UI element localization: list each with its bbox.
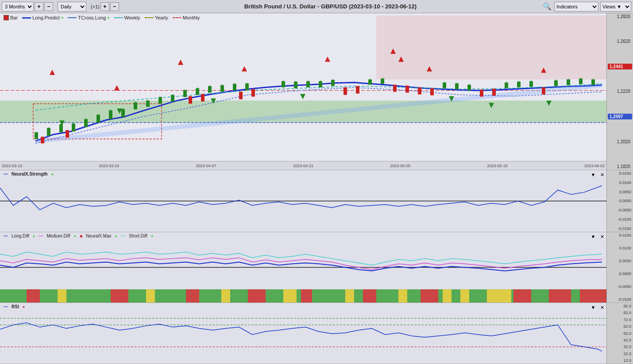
legend-monthly-label: Monthly [183,15,200,20]
svg-rect-106 [492,88,496,96]
rsi-y-8: 22.0 [608,352,631,356]
svg-rect-114 [542,87,545,94]
adj-minus-button[interactable]: − [110,2,119,11]
time-label-7: 2023-06-02 [584,164,605,168]
neural-dot: ● [51,172,54,176]
price-1: 1.2820 [608,14,632,19]
neural-y-7: -0.0150 [608,226,631,231]
diff-y-6: -0.0100 [608,297,631,302]
neural-svg-area[interactable] [0,170,606,232]
svg-rect-86 [368,80,372,85]
time-axis: 2023-03-10 2023-03-24 2023-04-07 2023-04… [0,161,606,170]
svg-rect-62 [201,94,205,101]
svg-rect-129 [111,289,128,303]
svg-rect-90 [393,85,397,92]
svg-rect-52 [183,90,187,97]
tcrosslong-line [68,17,77,18]
period-plus-button[interactable]: + [35,2,43,11]
svg-rect-110 [517,82,521,88]
diff-y-2: 0.0100 [608,246,631,250]
toolbar-right: 🔍 Indicators Views ▼ [542,1,631,12]
period-select[interactable]: 3 Months 1 Month 6 Months 1 Year [2,2,34,11]
search-button[interactable]: 🔍 [542,1,552,12]
diff-y-4: 0.0000 [608,272,631,276]
svg-rect-78 [319,81,322,88]
svg-rect-130 [146,289,155,303]
rsi-svg-area[interactable] [0,303,606,364]
svg-rect-132 [221,289,230,303]
svg-rect-142 [487,289,511,303]
adj-plus-button[interactable]: + [100,2,109,11]
svg-rect-58 [220,85,224,92]
svg-rect-94 [418,87,421,94]
legend-longpredict-label: Long.Predict [32,15,60,20]
interval-select[interactable]: Daily Weekly Monthly [58,2,86,11]
diff-legend: — Long.Diff ● — Medium.Diff ● ■ NeuralX.… [4,234,153,238]
rsi-legend: — RSI ● [4,304,25,309]
svg-rect-72 [282,81,285,88]
svg-rect-28 [134,102,137,109]
diff-close-button[interactable]: ✕ [598,233,606,240]
neural-y-5: -0.0050 [608,208,631,212]
svg-rect-134 [283,289,297,303]
svg-rect-10 [47,128,50,136]
svg-rect-26 [66,130,69,138]
monthly-line [173,17,181,19]
diff-controls: ▼ ✕ [590,233,606,240]
main-chart: Bar Long.Predict ● TCross.Long ● Weekly … [0,13,633,170]
price-6: 1.2020 [608,139,632,144]
time-label-5: 2023-05-05 [390,164,410,168]
time-label-3: 2023-04-07 [196,164,216,168]
svg-rect-66 [245,84,249,90]
svg-rect-54 [196,88,199,95]
svg-rect-60 [189,96,192,103]
views-select[interactable]: Views ▼ [600,2,631,11]
svg-rect-88 [381,79,384,84]
svg-rect-147 [0,303,606,364]
rsi-collapse-button[interactable]: ▼ [590,304,597,311]
rsi-y-axis: 92.0 82.0 72.0 62.0 52.0 42.0 32.0 22.0 … [606,303,633,364]
chart-area[interactable] [0,13,606,161]
indicators-select[interactable]: Indicators [554,2,598,11]
toolbar: 3 Months 1 Month 6 Months 1 Year + − Dai… [0,0,633,13]
rsi-dot: ● [23,305,25,309]
diff-neuralmax-indicator: ■ [80,234,82,238]
svg-rect-84 [356,86,359,94]
neural-y-axis: 0.0150 0.0100 0.0050 0.0000 -0.0050 -0.0… [606,170,633,232]
svg-rect-22 [121,109,125,117]
svg-rect-56 [208,86,212,93]
neural-controls: ▼ ✕ [590,171,606,178]
svg-rect-24 [41,137,44,143]
diff-longdiff-indicator: — [4,234,8,238]
svg-rect-18 [96,115,100,123]
longpredict-dot: ● [61,15,63,20]
svg-rect-137 [363,289,376,303]
svg-rect-139 [421,289,438,303]
diff-longdiff-dot: ● [33,234,35,238]
legend-tcrosslong: TCross.Long ● [68,15,109,20]
price-4: 1.2220 [608,89,632,94]
svg-rect-135 [301,289,312,303]
svg-rect-122 [591,80,595,85]
diff-chart: — Long.Diff ● — Medium.Diff ● ■ NeuralX.… [0,232,633,303]
neural-y-2: 0.0100 [608,180,631,185]
diff-svg-area[interactable] [0,232,606,303]
neural-close-button[interactable]: ✕ [598,171,606,178]
neural-collapse-button[interactable]: ▼ [590,171,597,178]
rsi-y-1: 92.0 [608,304,631,308]
svg-rect-127 [27,289,40,303]
legend-weekly: Weekly [114,15,140,20]
legend-longpredict: Long.Predict ● [22,15,63,20]
period-minus-button[interactable]: − [44,2,53,11]
rsi-close-button[interactable]: ✕ [598,304,606,311]
svg-rect-82 [344,87,347,95]
time-label-2: 2023-03-24 [99,164,119,168]
svg-rect-34 [171,95,174,101]
svg-rect-145 [580,289,606,303]
legend-bar: Bar [4,15,18,20]
longpredict-line [22,17,31,19]
diff-y-5: -0.0050 [608,284,631,289]
yearly-line [145,17,154,19]
diff-collapse-button[interactable]: ▼ [590,233,597,240]
adj-label: (+1) [91,4,100,9]
